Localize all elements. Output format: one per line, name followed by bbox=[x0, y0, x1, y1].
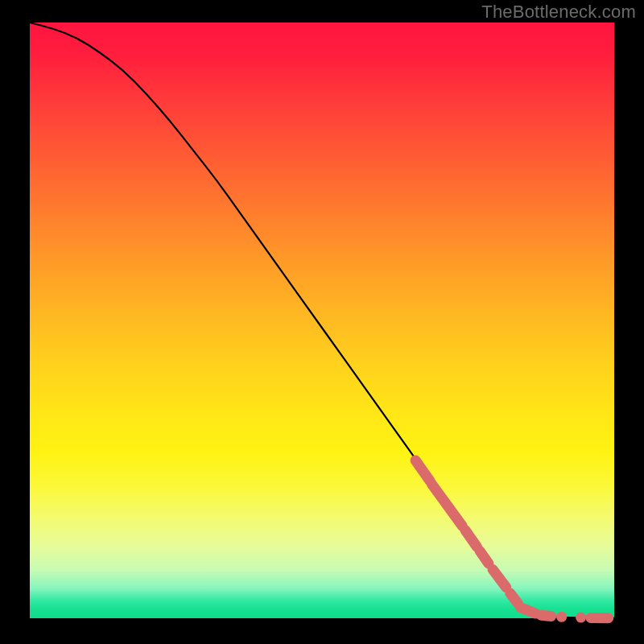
plot-area bbox=[30, 23, 614, 618]
marker-segment bbox=[510, 593, 518, 604]
highlighted-range bbox=[415, 460, 609, 623]
marker-dot bbox=[556, 612, 567, 622]
marker-segment bbox=[415, 460, 430, 481]
chart-svg bbox=[30, 23, 614, 618]
marker-segment bbox=[480, 551, 489, 564]
marker-segment bbox=[521, 608, 535, 613]
bottleneck-curve bbox=[30, 23, 614, 618]
chart-frame: TheBottleneck.com bbox=[0, 0, 644, 644]
marker-dot bbox=[576, 613, 586, 623]
watermark-text: TheBottleneck.com bbox=[481, 2, 636, 23]
marker-segment bbox=[465, 530, 477, 547]
marker-segment bbox=[541, 615, 551, 616]
marker-segment bbox=[493, 569, 506, 587]
marker-segment bbox=[431, 485, 462, 526]
